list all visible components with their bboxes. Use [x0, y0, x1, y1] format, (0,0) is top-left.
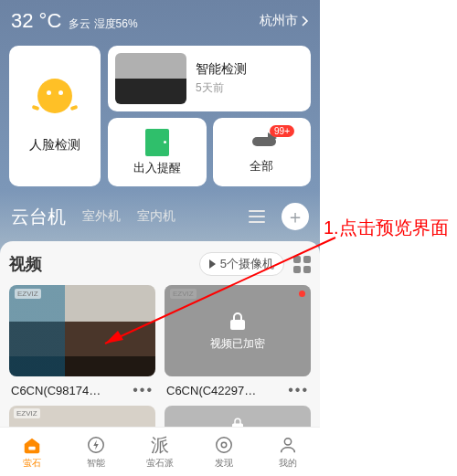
brand-watermark: EZVIZ	[15, 289, 41, 299]
all-badge: 99+	[270, 125, 294, 137]
play-icon	[209, 259, 216, 269]
face-icon	[37, 79, 72, 113]
video-preview-1[interactable]: EZVIZ	[9, 285, 155, 376]
city-label: 杭州市	[260, 13, 298, 29]
discover-icon	[213, 435, 235, 455]
detection-title: 智能检测	[196, 61, 247, 78]
feature-cards: 人脸检测 智能检测 5天前 出入提醒 99+ 全部	[0, 37, 320, 186]
grid-layout-icon[interactable]	[293, 256, 311, 273]
nav-discover[interactable]: 发现	[192, 428, 256, 476]
weather-header: 32 °C 多云 湿度56% 杭州市	[0, 0, 320, 37]
recording-indicator	[299, 291, 305, 297]
video-panel-header: 视频 5个摄像机	[9, 252, 311, 276]
video-preview-2[interactable]: EZVIZ 视频已加密	[165, 285, 311, 376]
all-label: 全部	[250, 158, 273, 175]
nav-pi[interactable]: 派 萤石派	[128, 428, 192, 476]
video-name-1: C6CN(C98174…	[11, 384, 101, 397]
svg-rect-0	[28, 446, 35, 450]
weather-detail: 多云 湿度56%	[69, 16, 137, 32]
card-smart-detection[interactable]: 智能检测 5天前	[108, 46, 311, 111]
video-name-2: C6CN(C42297…	[166, 384, 256, 397]
card-all[interactable]: 99+ 全部	[213, 118, 312, 186]
device-tab-bar: 云台机 室外机 室内机 ＋	[0, 186, 320, 238]
video-locked-overlay: 视频已加密	[165, 285, 311, 376]
home-icon	[21, 435, 43, 455]
video-tile-1[interactable]: EZVIZ C6CN(C98174… •••	[9, 285, 155, 398]
menu-icon[interactable]	[249, 210, 265, 223]
tab-outdoor[interactable]: 室外机	[82, 208, 121, 225]
pi-icon: 派	[151, 435, 169, 455]
card-face-detection[interactable]: 人脸检测	[9, 46, 101, 186]
video-panel-title: 视频	[9, 253, 42, 275]
card-inout-alert[interactable]: 出入提醒	[108, 118, 207, 186]
annotation-text: 1.点击预览界面	[324, 216, 452, 240]
nav-mine-label: 我的	[279, 457, 297, 470]
city-selector[interactable]: 杭州市	[260, 13, 309, 29]
add-device-button[interactable]: ＋	[282, 203, 309, 230]
camera-count-pill[interactable]: 5个摄像机	[199, 252, 284, 276]
bottom-nav: 萤石 智能 派 萤石派 发现 我的	[0, 427, 320, 476]
person-icon	[277, 435, 299, 455]
video-locked-text: 视频已加密	[210, 336, 265, 352]
tab-indoor[interactable]: 室内机	[137, 208, 175, 225]
detection-thumbnail	[115, 53, 186, 104]
card-face-label: 人脸检测	[29, 137, 80, 153]
nav-home[interactable]: 萤石	[0, 428, 64, 476]
bolt-icon	[85, 435, 107, 455]
detection-subtitle: 5天前	[196, 80, 247, 96]
nav-discover-label: 发现	[215, 457, 233, 470]
phone-frame: 32 °C 多云 湿度56% 杭州市 人脸检测 智能检测 5天前	[0, 0, 320, 476]
svg-point-3	[221, 442, 227, 448]
video-more-1[interactable]: •••	[133, 382, 154, 398]
nav-home-label: 萤石	[23, 457, 41, 470]
chevron-right-icon	[302, 16, 309, 26]
video-more-2[interactable]: •••	[288, 382, 309, 398]
nav-smart-label: 智能	[87, 457, 105, 470]
nav-mine[interactable]: 我的	[256, 428, 320, 476]
brand-watermark: EZVIZ	[14, 408, 40, 418]
nav-pi-label: 萤石派	[146, 457, 174, 470]
svg-point-4	[284, 438, 291, 444]
video-tile-2[interactable]: EZVIZ 视频已加密 C6CN(C42297… •••	[165, 285, 311, 398]
inout-label: 出入提醒	[133, 160, 181, 176]
video-grid: EZVIZ C6CN(C98174… ••• EZVIZ 视频已加密	[9, 285, 311, 398]
tab-ptz[interactable]: 云台机	[11, 205, 66, 229]
svg-point-2	[217, 437, 232, 452]
temperature: 32 °C	[11, 9, 61, 33]
door-icon	[145, 129, 169, 156]
nav-smart[interactable]: 智能	[64, 428, 128, 476]
lock-icon	[227, 311, 249, 333]
camera-count-label: 5个摄像机	[220, 256, 274, 272]
